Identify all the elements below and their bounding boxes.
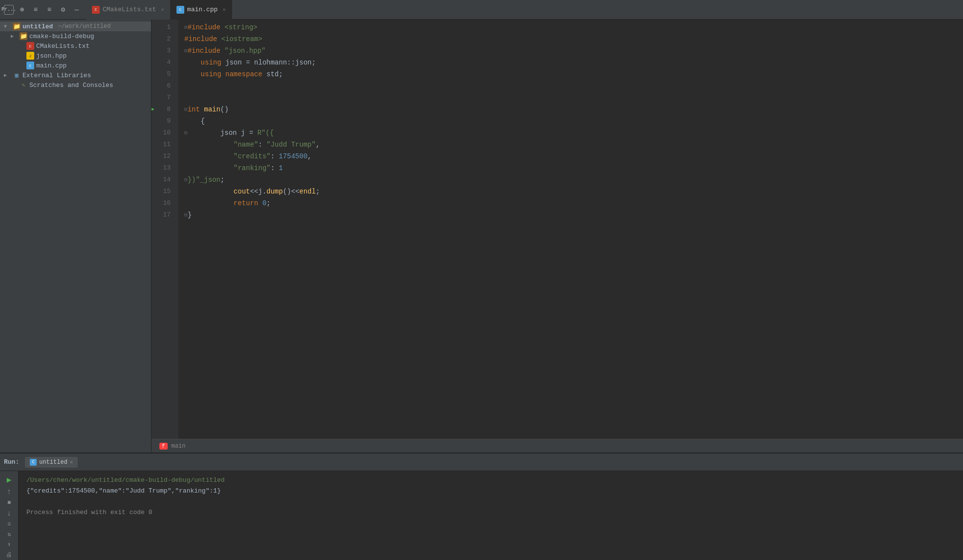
line-num-12: 12 [152,151,175,162]
code-json-alias: json = nlohmann::json; [225,57,316,68]
list-icon[interactable]: ≡ [30,4,41,15]
code-fn-dump: dump [266,186,283,197]
run-arrow-icon: ▶ [152,104,154,115]
code-return-indent [184,197,234,209]
code-comma-1: , [316,139,320,151]
code-content[interactable]: ⊟ #include <string> #include <iostream> … [178,20,963,439]
run-button[interactable]: ▶ [2,475,16,485]
cpp-file-icon: C [26,62,34,69]
code-line-15: cout << j. dump ()<< endl ; [178,186,963,197]
cmake-file-icon: C [26,42,34,50]
output-blank [26,496,955,507]
sidebar-item-untitled[interactable]: ▼ 📁 untitled ~/work/untitled [0,22,151,31]
line-num-11: 11 [152,139,175,151]
code-semicolon-15: ; [316,186,320,197]
tab-bar: C CMakeLists.txt ✕ C main.cpp ✕ [86,0,959,20]
code-end-raw: })"_json [188,174,220,186]
scroll-up-button[interactable]: ↑ [2,488,16,496]
code-line-17: ⊟ } [178,209,963,221]
panel-tab-close[interactable]: ✕ [70,459,73,465]
code-str-1: <string> [224,22,257,33]
line-num-13: 13 [152,162,175,174]
cpp-tab-icon: C [176,6,184,14]
sidebar-item-cmake-build[interactable]: ▶ 📁 cmake-build-debug [0,31,151,41]
code-fn-main: main [204,104,220,115]
code-kw-return: return [234,197,263,209]
sidebar-label-untitled: untitled [22,23,53,30]
list2-icon[interactable]: ≡ [44,4,55,15]
cmake-tab-close[interactable]: ✕ [161,6,164,13]
fold-10: ⊟ [184,127,188,139]
code-line-8: ⊟ int main () [178,104,963,115]
code-kw-using-ns: using namespace [201,68,266,80]
code-using-2 [184,68,201,80]
code-semicolon-14: ; [220,174,224,186]
fold-14: ⊟ [184,174,188,186]
code-line-5: using namespace std; [178,68,963,80]
tooltip-badge: f [159,443,168,450]
line-num-4: 4 [152,57,175,68]
sidebar-item-scratches[interactable]: ✎ Scratches and Consoles [0,80,151,90]
sidebar-item-external-libs[interactable]: ▶ ▦ External Libraries [0,70,151,80]
scroll-down-button[interactable]: ↓ [2,509,16,518]
minimize-button[interactable]: — [71,4,82,15]
title-bar-left: Pr... ⊕ ≡ ≡ ⚙ — [4,4,82,15]
panel-tab-untitled[interactable]: C untitled ✕ [25,457,78,468]
cpp-tab-close[interactable]: ✕ [222,6,226,13]
arrow-cmake-build: ▶ [11,33,18,39]
code-editor[interactable]: 1 2 3 4 5 6 7 ▶ 8 9 10 11 12 13 14 15 16… [152,20,963,439]
settings-icon[interactable]: ⚙ [58,4,68,15]
scratch-icon: ✎ [20,81,27,89]
cpp-tab-label: main.cpp [187,6,218,13]
stop-button[interactable]: ■ [2,499,16,506]
filter-button[interactable]: ⇅ [2,531,16,538]
target-icon[interactable]: ⊕ [17,4,27,15]
fold-8: ⊟ [184,104,188,115]
code-json-j: json j = [188,127,258,139]
line-num-15: 15 [152,186,175,197]
expand-button[interactable]: ⬆ [2,541,16,548]
panel-tab-icon: C [30,459,37,466]
bottom-panel: Run: C untitled ✕ ▶ ↑ ■ ↓ ≡ ⇅ ⬆ 🖨 /Users… [0,452,963,560]
arrow-untitled: ▼ [4,24,11,29]
tab-cmake[interactable]: C CMakeLists.txt ✕ [86,0,171,20]
sidebar-item-main-cpp[interactable]: C main.cpp [0,61,151,70]
code-main-paren: () [220,104,229,115]
code-fn-cout: cout [234,186,250,197]
tooltip-label: main [172,443,186,450]
wrap-button[interactable]: ≡ [2,521,16,528]
code-kw-int: int [188,104,204,115]
code-line-10: ⊟ json j = R"({ [178,127,963,139]
main-area: ▼ 📁 untitled ~/work/untitled ▶ 📁 cmake-b… [0,20,963,452]
project-icon[interactable]: Pr... [4,5,14,15]
code-j-dump: j. [258,186,266,197]
code-cout [184,186,234,197]
print-button[interactable]: 🖨 [2,551,16,559]
code-colon-1: : [258,139,266,151]
code-semicolon-16: ; [266,197,270,209]
code-fn-endl: endl [299,186,316,197]
code-cout-op: << [250,186,258,197]
line-num-17: 17 [152,209,175,221]
line-num-14: 14 [152,174,175,186]
tab-cpp[interactable]: C main.cpp ✕ [171,0,232,20]
line-num-2: 2 [152,33,175,45]
sidebar-label-cmakelists: CMakeLists.txt [36,43,89,50]
code-credits-val: 1754500 [279,151,307,162]
sidebar-label-main-cpp: main.cpp [36,62,66,69]
sidebar-item-cmakelists[interactable]: C CMakeLists.txt [0,41,151,51]
code-brace-close: } [188,209,192,221]
code-line-7 [178,92,963,104]
code-str-2: <iostream> [221,33,263,45]
fold-1: ⊟ [184,22,188,33]
code-return-zero: 0 [263,197,266,209]
code-include-2: #include [184,33,221,45]
code-line-3: ⊟ #include "json.hpp" [178,45,963,57]
fold-3: ⊟ [184,45,188,57]
panel-tab-label: untitled [39,459,67,466]
run-label: Run: [4,458,19,466]
project-label: Pr... [1,7,16,12]
line-num-1: 1 [152,22,175,33]
code-line-4: using json = nlohmann::json; [178,57,963,68]
sidebar-item-json-hpp[interactable]: J json.hpp [0,51,151,61]
